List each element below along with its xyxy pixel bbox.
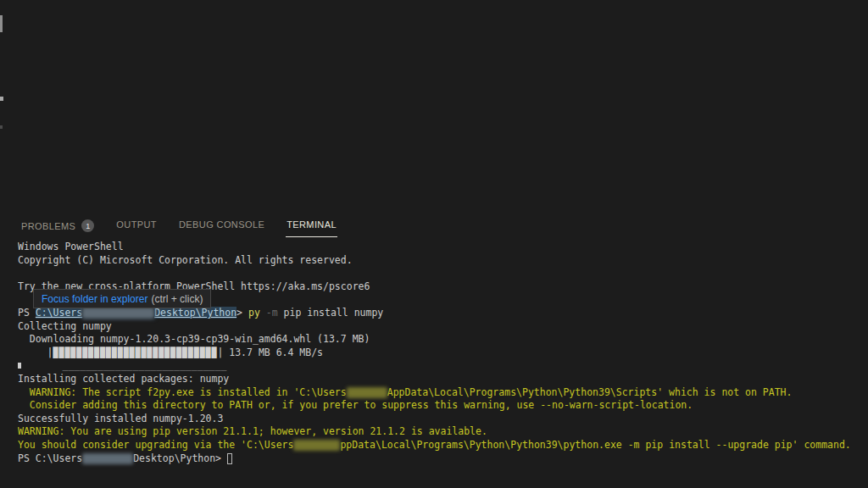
tab-debug-console[interactable]: DEBUG CONSOLE	[178, 214, 265, 237]
terminal-line: Collecting numpy	[18, 320, 868, 334]
terminal-text: PS C:\Users	[18, 452, 82, 464]
path-link[interactable]: Desktop\Python	[154, 307, 236, 319]
warning-text: WARNING: You are using pip version 21.1.…	[18, 425, 487, 437]
terminal-line: Successfully installed numpy-1.20.3	[18, 413, 868, 426]
terminal-text: | 13.7 MB 6.4 MB/s	[217, 347, 323, 358]
tab-label: DEBUG CONSOLE	[179, 219, 264, 230]
terminal-cursor	[227, 453, 232, 464]
warning-text: AppData\Local\Programs\Python\Python39\S…	[387, 386, 793, 398]
link-tooltip: Focus folder in explorer (ctrl + click)	[33, 289, 211, 308]
terminal-line: Copyright (C) Microsoft Corporation. All…	[18, 254, 868, 268]
terminal-line: |▉▉▉▉▉▉▉▉▉▉▉▉▉▉▉▉▉▉▉▉▉▉▉▉▉▉▉▉| 13.7 MB 6…	[18, 347, 868, 360]
tooltip-action-label: Focus folder in explorer	[42, 293, 147, 305]
terminal-line: PS C:\UsersDesktop\Python>	[18, 452, 868, 466]
panel-tabbar: PROBLEMS1OUTPUTDEBUG CONSOLETERMINAL	[20, 214, 337, 240]
flag-text: -m	[266, 307, 278, 319]
terminal-line: PS C:\UsersDesktop\Python> py -m pip ins…	[18, 307, 868, 320]
warning-text: WARNING: The script f2py.exe is installe…	[18, 386, 347, 398]
terminal-line: Installing collected packages: numpy	[18, 373, 868, 386]
tab-problems[interactable]: PROBLEMS1	[20, 214, 95, 240]
tab-label: TERMINAL	[287, 219, 337, 230]
redacted-text	[82, 453, 133, 464]
terminal-text: >	[236, 307, 248, 319]
tab-label: PROBLEMS	[21, 221, 75, 231]
tooltip-shortcut: (ctrl + click)	[151, 293, 203, 305]
tab-terminal[interactable]: TERMINAL	[286, 214, 337, 237]
terminal-text: pip install numpy	[278, 307, 384, 319]
terminal-text: Desktop\Python>	[133, 452, 227, 464]
tab-label: OUTPUT	[116, 219, 157, 230]
problems-count-badge: 1	[81, 219, 94, 232]
terminal-output[interactable]: Windows PowerShellCopyright (C) Microsof…	[18, 241, 868, 488]
progress-bar: ▉▉▉▉▉▉▉▉▉▉▉▉▉▉▉▉▉▉▉▉▉▉▉▉▉▉▉▉	[53, 347, 218, 358]
terminal-line: Downloading numpy-1.20.3-cp39-cp39-win_a…	[18, 333, 868, 347]
terminal-line: WARNING: The script f2py.exe is installe…	[18, 386, 868, 400]
terminal-text: Successfully installed numpy-1.20.3	[18, 413, 223, 424]
redacted-text	[82, 308, 154, 319]
terminal-line: WARNING: You are using pip version 21.1.…	[18, 425, 868, 439]
ui-fragment	[0, 125, 3, 129]
scrollbar-fragment	[0, 15, 3, 32]
terminal-text: |	[18, 347, 53, 358]
terminal-line: Windows PowerShell	[18, 241, 868, 254]
warning-text: Consider adding this directory to PATH o…	[18, 399, 693, 411]
terminal-text: Copyright (C) Microsoft Corporation. All…	[18, 254, 353, 266]
redacted-text	[347, 387, 387, 398]
terminal-text: Windows PowerShell	[18, 241, 124, 252]
terminal-text: PS	[18, 307, 36, 319]
tab-output[interactable]: OUTPUT	[115, 214, 158, 237]
progress-remnant: ____________________________	[21, 359, 226, 371]
terminal-text: Installing collected packages: numpy	[18, 373, 229, 385]
path-link[interactable]: C:\Users	[36, 307, 82, 319]
terminal-line	[18, 267, 868, 280]
terminal-text: Downloading numpy-1.20.3-cp39-cp39-win_a…	[18, 333, 370, 345]
command-text: py	[248, 307, 260, 319]
terminal-line: You should consider upgrading via the 'C…	[18, 439, 868, 452]
terminal-line: ____________________________	[18, 359, 868, 373]
warning-text: You should consider upgrading via the 'C…	[18, 439, 293, 451]
redacted-text	[293, 440, 340, 451]
terminal-text: Collecting numpy	[18, 320, 112, 332]
ui-fragment	[0, 97, 3, 101]
terminal-line: Consider adding this directory to PATH o…	[18, 399, 868, 413]
terminal-text	[260, 307, 266, 319]
warning-text: ppData\Local\Programs\Python\Python39\py…	[340, 439, 850, 451]
